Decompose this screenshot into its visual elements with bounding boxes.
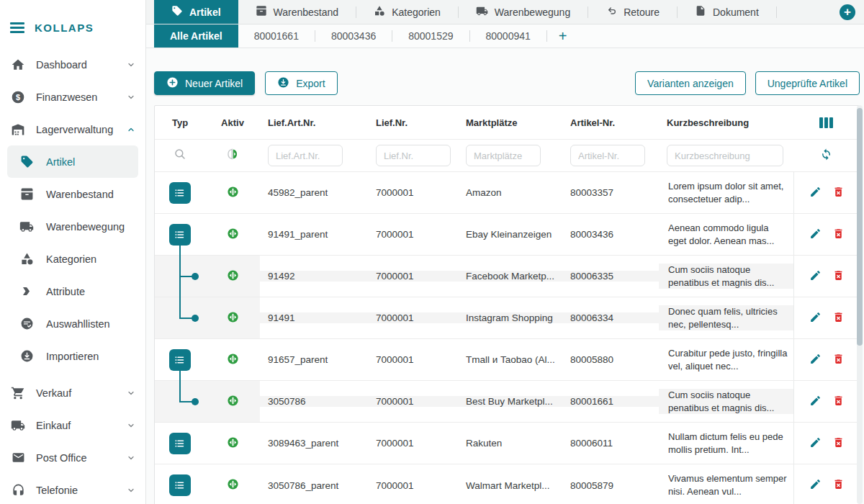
edit-icon[interactable]: [809, 269, 822, 284]
refresh-icon[interactable]: [819, 148, 833, 164]
subtab-article[interactable]: 80001529: [392, 24, 469, 48]
delete-icon[interactable]: [832, 311, 845, 325]
table-row[interactable]: 3050786 7000001 Best Buy Marketpl... 800…: [155, 381, 859, 423]
sidebar-item-warenbewegung[interactable]: Warenbewegung: [0, 210, 145, 243]
box-icon: [256, 5, 267, 19]
kurzbeschreibung-filter-input[interactable]: [667, 145, 783, 166]
table-row[interactable]: 91492 7000001 Facebook Marketp... 800063…: [155, 256, 859, 297]
edit-icon[interactable]: [809, 478, 822, 492]
delete-icon[interactable]: [832, 186, 845, 200]
edit-icon[interactable]: [809, 395, 822, 409]
tab-dokument[interactable]: Dokument: [678, 0, 776, 24]
sidebar-nav: Dashboard $ Finanzwesen Lagerverwaltung …: [0, 48, 145, 504]
add-article-tab-button[interactable]: +: [547, 24, 579, 48]
lief-nr-cell: 7000001: [368, 187, 458, 198]
headset-icon: [10, 483, 26, 497]
sidebar-item-warenbestand[interactable]: Warenbestand: [0, 178, 145, 210]
button-label: Neuer Artikel: [185, 78, 243, 89]
sidebar-item-einkauf[interactable]: Einkauf: [0, 409, 145, 441]
column-settings-cell: [793, 106, 859, 139]
sidebar-item-attribute[interactable]: Attribute: [0, 275, 145, 307]
table-row[interactable]: 91491 7000001 Instagram Shopping 8000633…: [155, 297, 859, 339]
tab-warenbestand[interactable]: Warenbestand: [238, 0, 356, 24]
col-header-aktiv[interactable]: Aktiv: [205, 106, 260, 139]
lief-nr-filter-input[interactable]: [376, 145, 451, 166]
edit-icon[interactable]: [809, 186, 822, 200]
kurzbeschreibung-cell: Aenean commodo ligula eget dolor. Aenean…: [659, 222, 793, 247]
sidebar-item-importieren[interactable]: Importieren: [0, 340, 145, 372]
edit-icon[interactable]: [809, 228, 822, 242]
edit-icon[interactable]: [809, 353, 822, 367]
delete-icon[interactable]: [832, 436, 845, 451]
table-row[interactable]: 91657_parent 7000001 Tmall и Taobao (Al.…: [155, 339, 859, 381]
tab-retoure[interactable]: Retoure: [588, 0, 677, 24]
sidebar-item-finanzwesen[interactable]: $ Finanzwesen: [0, 81, 145, 113]
subtab-alle-artikel[interactable]: Alle Artikel: [154, 24, 238, 48]
sidebar-item-kategorien[interactable]: Kategorien: [0, 243, 145, 275]
truck-icon: [19, 220, 35, 234]
sidebar-item-dashboard[interactable]: Dashboard: [0, 48, 145, 81]
edit-icon[interactable]: [809, 436, 822, 451]
col-header-lief-art-nr[interactable]: Lief.Art.Nr.: [260, 117, 368, 128]
col-header-kurzbeschreibung[interactable]: Kurzbeschreibung: [659, 117, 793, 128]
marktplatz-cell: Amazon: [458, 187, 562, 198]
col-header-artikel-nr[interactable]: Artikel-Nr.: [562, 117, 659, 128]
warehouse-icon: [10, 122, 26, 137]
sidebar-item-post-office[interactable]: Post Office: [0, 441, 145, 474]
delete-icon[interactable]: [832, 395, 845, 409]
delete-icon[interactable]: [832, 353, 845, 367]
shapes-icon: [374, 5, 385, 19]
typ-cell: [155, 172, 205, 213]
table-row[interactable]: 3089463_parent 7000001 Rakuten 80006011 …: [155, 423, 859, 464]
parent-type-icon[interactable]: [169, 474, 191, 496]
active-filter-toggle-icon[interactable]: [226, 148, 239, 163]
parent-type-icon[interactable]: [169, 182, 191, 204]
artikel-nr-filter-input[interactable]: [570, 145, 645, 166]
add-module-button[interactable]: +: [840, 4, 855, 20]
subtab-article[interactable]: 80000941: [470, 24, 546, 48]
table-row[interactable]: 45982_parent 7000001 Amazon 80003357 Lor…: [155, 172, 859, 214]
edit-icon[interactable]: [809, 311, 822, 325]
marktplaetze-filter-input[interactable]: [466, 145, 541, 166]
tab-artikel[interactable]: Artikel: [154, 0, 238, 24]
table-row[interactable]: 91491_parent 7000001 Ebay Kleinanzeigen …: [155, 214, 859, 256]
sidebar-item-verkauf[interactable]: Verkauf: [0, 377, 145, 409]
parent-type-icon[interactable]: [169, 349, 191, 371]
col-header-marktplaetze[interactable]: Marktplätze: [458, 117, 562, 128]
menu-icon[interactable]: [10, 22, 24, 33]
columns-icon[interactable]: [819, 117, 833, 128]
tab-warenbewegung[interactable]: Warenbewegung: [459, 0, 588, 24]
unchecked-articles-button[interactable]: Ungeprüfte Artikel: [755, 71, 860, 95]
export-button[interactable]: Export: [265, 71, 337, 95]
new-article-button[interactable]: Neuer Artikel: [154, 71, 255, 95]
sidebar-item-auswahllisten[interactable]: Auswahllisten: [0, 307, 145, 340]
subtab-article[interactable]: 80003436: [315, 24, 392, 48]
sidebar-item-lagerverwaltung[interactable]: Lagerverwaltung: [0, 113, 145, 145]
sidebar-item-telefonie[interactable]: Telefonie: [0, 474, 145, 504]
sidebar-item-artikel[interactable]: Artikel: [7, 145, 138, 178]
lief-art-nr-filter-input[interactable]: [268, 145, 343, 166]
table-row[interactable]: 3050786_parent 7000001 Walmart Marketpl.…: [155, 464, 859, 504]
scrollbar-thumb[interactable]: [857, 108, 863, 346]
col-header-typ[interactable]: Typ: [155, 106, 205, 139]
tab-kategorien[interactable]: Kategorien: [356, 0, 458, 24]
vertical-scrollbar[interactable]: [857, 105, 863, 504]
col-header-lief-nr[interactable]: Lief.Nr.: [368, 117, 458, 128]
delete-icon[interactable]: [832, 478, 845, 492]
parent-type-icon[interactable]: [169, 433, 191, 454]
chevron-down-icon: [127, 454, 135, 462]
main-area: Artikel Warenbestand Kategorien Warenbew…: [146, 0, 864, 504]
show-variants-button[interactable]: Varianten anzeigen: [635, 71, 746, 95]
table-filter-row: [155, 140, 859, 172]
marktplatz-cell: Best Buy Marketpl...: [458, 396, 562, 407]
lief-nr-cell: 7000001: [368, 354, 458, 365]
aktiv-cell: [205, 172, 260, 213]
child-node-dot: [192, 315, 199, 322]
delete-icon[interactable]: [832, 269, 845, 284]
sidebar-item-label: Warenbestand: [46, 189, 135, 200]
parent-type-icon[interactable]: [169, 224, 191, 246]
subtab-article[interactable]: 80001661: [238, 24, 315, 48]
artikel-nr-cell: 80003357: [562, 187, 659, 198]
row-actions: [793, 464, 859, 504]
delete-icon[interactable]: [832, 228, 845, 242]
